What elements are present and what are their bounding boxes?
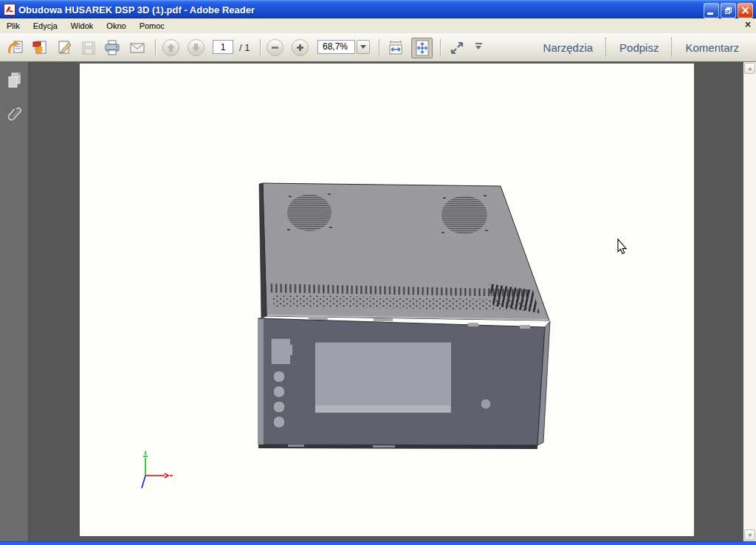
close-icon: ×	[740, 4, 750, 18]
menubar-close-icon[interactable]: ×	[744, 19, 752, 30]
adobe-pdf-icon	[4, 4, 16, 16]
toolbar: / 1 68,7%	[0, 33, 756, 62]
sign-document-icon	[56, 39, 74, 57]
fullscreen-button[interactable]	[447, 38, 467, 58]
open-button[interactable]	[6, 38, 25, 58]
vertical-scrollbar[interactable]	[743, 62, 756, 541]
close-button[interactable]: ×	[738, 3, 753, 18]
zoom-in-icon	[295, 43, 305, 52]
comment-button[interactable]: Komentarz	[673, 38, 752, 56]
create-pdf-button[interactable]	[30, 38, 49, 58]
titlebar: Obudowa HUSAREK DSP 3D (1).pdf - Adobe R…	[0, 0, 756, 18]
menu-item-edycja[interactable]: Edycja	[27, 18, 64, 33]
create-pdf-icon	[31, 39, 49, 57]
fit-page-button[interactable]	[411, 38, 433, 58]
fit-page-icon	[414, 39, 430, 57]
toolbar-separator	[440, 39, 441, 56]
menu-item-pomoc[interactable]: Pomoc	[133, 18, 171, 33]
menu-item-plik[interactable]: Plik	[0, 18, 27, 33]
scrollbar-track[interactable]	[743, 75, 756, 529]
next-page-button[interactable]	[188, 39, 205, 56]
sign-document-button[interactable]	[55, 38, 75, 58]
toolbar-separator	[260, 39, 261, 56]
zoom-dropdown-button[interactable]	[357, 40, 370, 54]
workspace	[0, 62, 756, 541]
scroll-down-button[interactable]	[744, 529, 755, 541]
chevron-up-icon	[748, 67, 752, 70]
fit-width-button[interactable]	[386, 38, 405, 58]
print-icon	[103, 39, 121, 57]
open-icon	[7, 39, 24, 57]
save-icon	[80, 39, 97, 57]
chevron-down-icon	[475, 46, 481, 49]
print-button[interactable]	[103, 38, 122, 58]
zoom-level-input[interactable]: 68,7%	[317, 40, 355, 54]
save-button[interactable]	[79, 38, 98, 58]
tools-button[interactable]: Narzędzia	[531, 38, 606, 56]
email-icon	[128, 39, 146, 57]
page-thumbnails-icon	[4, 71, 24, 92]
zoom-in-button[interactable]	[292, 39, 309, 56]
fit-width-icon	[387, 39, 405, 57]
restore-button[interactable]	[721, 3, 736, 18]
minimize-button[interactable]	[704, 3, 719, 18]
zoom-out-button[interactable]	[267, 39, 284, 56]
sign-button[interactable]: Podpisz	[607, 38, 671, 56]
zoom-out-icon	[270, 43, 280, 52]
page-count-label: / 1	[239, 42, 250, 53]
previous-page-button[interactable]	[162, 39, 179, 56]
previous-page-icon	[166, 43, 176, 52]
fullscreen-icon	[448, 39, 466, 57]
pdf-page	[80, 64, 694, 536]
menubar: Plik Edycja Widok Okno Pomoc ×	[0, 18, 756, 33]
toolbar-overflow-button[interactable]	[474, 43, 483, 49]
window-title: Obudowa HUSAREK DSP 3D (1).pdf - Adobe R…	[18, 4, 255, 16]
document-area	[30, 62, 743, 541]
chevron-down-icon	[748, 534, 752, 537]
page-number-input[interactable]	[213, 40, 233, 54]
toolbar-separator	[155, 39, 156, 56]
window-bottom-border	[0, 541, 756, 545]
email-button[interactable]	[128, 38, 147, 58]
chevron-down-icon	[360, 45, 366, 49]
scroll-up-button[interactable]	[744, 63, 755, 74]
toolbar-separator	[379, 39, 379, 56]
menu-item-okno[interactable]: Okno	[100, 18, 132, 33]
attachments-icon	[4, 104, 24, 126]
attachments-button[interactable]	[0, 102, 28, 128]
navigation-pane-strip	[0, 62, 30, 541]
menu-item-widok[interactable]: Widok	[64, 18, 100, 33]
next-page-icon	[191, 43, 201, 52]
page-thumbnails-button[interactable]	[0, 68, 28, 95]
adobe-reader-window: Obudowa HUSAREK DSP 3D (1).pdf - Adobe R…	[0, 0, 756, 545]
